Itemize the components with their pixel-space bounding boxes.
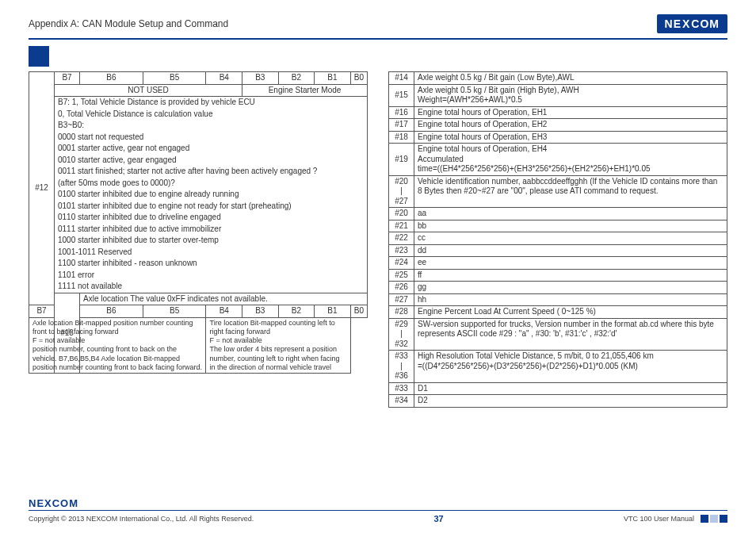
row-index: #23 — [389, 244, 414, 257]
line: 1111 not available — [55, 281, 368, 293]
square-icon — [701, 515, 708, 523]
page-number: 37 — [433, 514, 443, 523]
bit-cell: B1 — [315, 72, 351, 85]
line: 1101 error — [55, 270, 368, 282]
row-index: #29 | #32 — [389, 318, 414, 351]
subhead-right: Engine Starter Mode — [242, 84, 368, 97]
right-column: #14Axle weight 0.5 kg / Bit gain (Low By… — [388, 71, 727, 408]
bit-cell: B6 — [80, 305, 143, 318]
bit-header-row-2: B7 B6 B5 B4 B3 B2 B1 B0 — [29, 305, 368, 318]
left-table: #12 B7 B6 B5 B4 B3 B2 B1 B0 NOT USED Eng… — [29, 71, 368, 374]
bit-cell: B2 — [278, 72, 315, 85]
bit-cell: B5 — [143, 72, 206, 85]
line: 0100 starter inhibited due to engine alr… — [55, 189, 368, 201]
table-row: #33D1 — [389, 382, 727, 395]
line: B3~B0: — [55, 120, 368, 132]
line: 1000 starter inhibited due to starter ov… — [55, 235, 368, 247]
table-row: #20 | #27Vehicle identification number, … — [389, 175, 727, 208]
line: B7: 1, Total Vehicle Distance is provide… — [55, 97, 368, 109]
line: 0011 start finished; starter not active … — [55, 166, 368, 178]
row-index: #12 — [29, 72, 55, 305]
footer-right: VTC 100 User Manual — [624, 515, 727, 523]
row-text: dd — [414, 244, 727, 257]
line: 0110 starter inhibited due to driveline … — [55, 212, 368, 224]
subhead-left: NOT USED — [55, 84, 242, 97]
bit-cell: B2 — [278, 305, 315, 318]
row-text: Vehicle identification number, aabbccdde… — [414, 175, 727, 208]
row-text: gg — [414, 282, 727, 294]
line: 1100 starter inhibited - reason unknown — [55, 258, 368, 270]
table-row: #19Engine total hours of Operation, EH4 … — [389, 144, 727, 176]
row-index: #21 — [389, 220, 414, 232]
line: 0, Total Vehicle Distance is calculation… — [55, 109, 368, 121]
table-row: #15Axle weight 0.5 kg / Bit gain (High B… — [389, 84, 727, 106]
manual-name: VTC 100 User Manual — [624, 515, 694, 523]
table-row: #27hh — [389, 293, 727, 306]
table-row: #24ee — [389, 257, 727, 270]
row-text: Engine total hours of Operation, EH3 — [414, 131, 727, 144]
bit-subhead-row: NOT USED Engine Starter Mode — [29, 84, 368, 97]
row-index: #25 — [389, 269, 414, 282]
row13-headline: #13 Axle location The value 0xFF indicat… — [29, 293, 368, 305]
row-text: ee — [414, 257, 727, 270]
row-index: #22 — [389, 232, 414, 245]
line: 0010 starter active, gear engaged — [55, 155, 368, 167]
bit-cell: B3 — [242, 305, 279, 318]
header-title: Appendix A: CAN Module Setup and Command — [29, 18, 228, 29]
row-text: Engine total hours of Operation, EH1 — [414, 106, 727, 119]
bit-cell: B4 — [206, 305, 242, 318]
row-text: aa — [414, 208, 727, 220]
bit-cell: B6 — [80, 72, 143, 85]
bit-cell: B4 — [206, 72, 242, 85]
row-index: #27 — [389, 293, 414, 306]
row-index: #16 — [389, 106, 414, 119]
bit-cell: B1 — [315, 305, 351, 318]
row-index: #19 — [389, 144, 414, 176]
row-index: #33 | #36 — [389, 351, 414, 383]
bit-header-row: #12 B7 B6 B5 B4 B3 B2 B1 B0 — [29, 72, 368, 85]
row-text: cc — [414, 232, 727, 245]
table-row: #29 | #32SW-version supported for trucks… — [389, 318, 727, 351]
row-text: Engine total hours of Operation, EH2 — [414, 119, 727, 132]
page-footer: Copyright © 2013 NEXCOM International Co… — [29, 510, 727, 523]
row-text: D2 — [414, 395, 727, 408]
row-index: #20 | #27 — [389, 175, 414, 208]
row-text: bb — [414, 220, 727, 232]
page-header: Appendix A: CAN Module Setup and Command… — [29, 14, 727, 40]
row13-body: Axle location Bit-mapped position number… — [29, 317, 368, 374]
table-row: #16Engine total hours of Operation, EH1 — [389, 106, 727, 119]
brand-logo: NEXCOM — [657, 14, 727, 33]
row-index: #24 — [389, 257, 414, 270]
bit-cell: B5 — [143, 305, 206, 318]
bit-cell: B0 — [350, 305, 367, 318]
row-text: Axle weight 0.5 kg / Bit gain (Low Byte)… — [414, 72, 727, 85]
table-row: #21bb — [389, 220, 727, 232]
right-table: #14Axle weight 0.5 kg / Bit gain (Low By… — [388, 71, 727, 408]
bit-cell: B0 — [350, 72, 367, 85]
table-row: #22cc — [389, 232, 727, 245]
bit-cell: B3 — [242, 72, 279, 85]
row-index: #17 — [389, 119, 414, 132]
row-index: #26 — [389, 282, 414, 294]
line: 1001-1011 Reserved — [55, 247, 368, 259]
line: 0111 starter inhibited due to active imm… — [55, 224, 368, 236]
table-row: #18Engine total hours of Operation, EH3 — [389, 131, 727, 144]
table-row: #34D2 — [389, 395, 727, 408]
row-text: Engine total hours of Operation, EH4 Acc… — [414, 144, 727, 176]
footer-brand: NEXCOM — [29, 497, 78, 509]
line: 0101 starter inhibited due to engine not… — [55, 201, 368, 213]
headline: Axle location The value 0xFF indicates n… — [80, 293, 368, 305]
table-row: #17Engine total hours of Operation, EH2 — [389, 119, 727, 132]
row-text: D1 — [414, 382, 727, 395]
row-text: High Resolution Total Vehicle Distance, … — [414, 351, 727, 383]
bit-cell: B7 — [55, 72, 80, 85]
left-column: #12 B7 B6 B5 B4 B3 B2 B1 B0 NOT USED Eng… — [29, 71, 368, 408]
row-text: Engine Percent Load At Current Speed ( 0… — [414, 306, 727, 319]
row-index: #28 — [389, 306, 414, 319]
row-index: #18 — [389, 131, 414, 144]
square-icon — [710, 515, 718, 523]
row13-right: Tire location Bit-mapped counting left t… — [206, 317, 350, 374]
table-row: #25ff — [389, 269, 727, 282]
row-text: hh — [414, 293, 727, 306]
line: 0001 starter active, gear not engaged — [55, 143, 368, 155]
